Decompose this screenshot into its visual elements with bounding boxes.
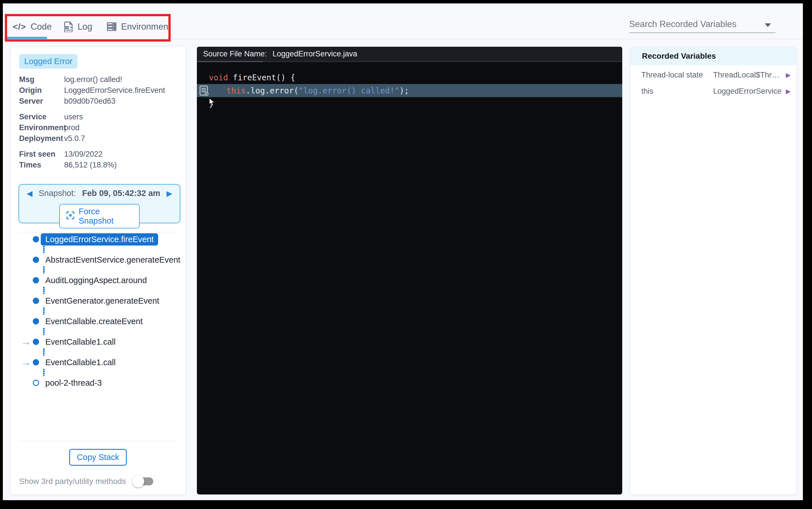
expand-triangle-icon[interactable]: ▶ bbox=[782, 88, 791, 95]
variable-name: this bbox=[641, 87, 713, 96]
code-line-2-highlighted[interactable]: this.log.error("log.error() called!"); bbox=[197, 84, 622, 97]
variable-row[interactable]: Thread-local state ThreadLocal$ThreadL… … bbox=[641, 67, 791, 83]
error-env-group: Serviceusers Environmentprod Deploymentv… bbox=[19, 111, 180, 144]
frame-bullet-icon bbox=[33, 298, 39, 304]
code-line-1: void fireEvent() { bbox=[197, 71, 622, 84]
detail-row-server: Serverb09d0b70ed63 bbox=[19, 96, 180, 106]
stack-frame[interactable]: →EventCallable.createEvent bbox=[19, 315, 181, 327]
variable-name: Thread-local state bbox=[641, 71, 713, 79]
expand-triangle-icon[interactable]: ▶ bbox=[782, 71, 791, 79]
editor-header-indicator bbox=[198, 61, 263, 62]
stack-frame-thread[interactable]: →pool-2-thread-3 bbox=[19, 377, 181, 389]
divider bbox=[19, 232, 177, 232]
stack-frame[interactable]: →AuditLoggingAspect.around bbox=[19, 274, 181, 286]
frame-bullet-icon bbox=[33, 236, 39, 242]
copy-stack-button[interactable]: Copy Stack bbox=[69, 449, 127, 466]
snapshot-navigator: ◀ Snapshot: Feb 09, 05:42:32 am ▶ Force … bbox=[19, 184, 180, 223]
search-select-label: Search Recorded Variables bbox=[629, 19, 737, 29]
code-icon: </> bbox=[13, 22, 26, 32]
frame-bullet-icon bbox=[33, 257, 39, 263]
editor-header: Source File Name: LoggedErrorService.jav… bbox=[197, 47, 622, 61]
status-badge: Logged Error bbox=[19, 54, 77, 69]
chevron-down-icon bbox=[765, 23, 771, 27]
variable-row[interactable]: this LoggedErrorService ▶ bbox=[641, 83, 791, 99]
frame-bullet-icon bbox=[33, 359, 39, 366]
tab-log[interactable]: LOG Log bbox=[64, 18, 92, 35]
stack-connector bbox=[43, 348, 181, 356]
recorded-variables-title: Recorded Variables bbox=[642, 52, 716, 61]
stack-connector bbox=[43, 368, 181, 377]
stack-connector bbox=[43, 307, 181, 315]
recorded-variables-list: Thread-local state ThreadLocal$ThreadL… … bbox=[631, 65, 796, 99]
snapshot-next-button[interactable]: ▶ bbox=[166, 190, 172, 197]
snapshot-prev-button[interactable]: ◀ bbox=[27, 190, 32, 197]
recursion-arrow-icon: → bbox=[19, 357, 33, 367]
tab-code[interactable]: </> Code bbox=[13, 18, 52, 35]
frame-bullet-icon bbox=[33, 318, 39, 325]
variable-value: ThreadLocal$ThreadL… bbox=[713, 71, 782, 79]
search-recorded-variables-select[interactable]: Search Recorded Variables bbox=[629, 16, 776, 33]
recorded-variables-header: Recorded Variables bbox=[631, 47, 796, 65]
stack-frame[interactable]: →EventGenerator.generateEvent bbox=[19, 295, 181, 307]
code-editor-panel: Source File Name: LoggedErrorService.jav… bbox=[197, 47, 622, 495]
thread-bullet-icon bbox=[33, 380, 39, 386]
stack-frame-label-selected[interactable]: LoggedErrorService.fireEvent bbox=[41, 233, 158, 245]
stack-frame[interactable]: →AbstractEventService.generateEvent bbox=[19, 254, 181, 266]
stack-connector bbox=[43, 266, 181, 274]
third-party-toggle-label: Show 3rd party/utility methods bbox=[19, 477, 126, 486]
force-snapshot-label: Force Snapshot bbox=[79, 207, 133, 226]
app-window: </> Code LOG Log Environment Search Reco… bbox=[3, 3, 803, 500]
snapshot-prefix: Snapshot: bbox=[39, 189, 76, 198]
recorded-variables-panel: Recorded Variables Thread-local state Th… bbox=[630, 47, 797, 495]
source-file-label: Source File Name: bbox=[203, 49, 267, 58]
stack-trace-list: →LoggedErrorService.fireEvent →AbstractE… bbox=[19, 233, 181, 389]
svg-text:LOG: LOG bbox=[65, 27, 69, 29]
source-file-name: LoggedErrorService.java bbox=[273, 49, 357, 58]
stack-frame[interactable]: →EventCallable1.call bbox=[19, 336, 181, 348]
logpoint-gutter-icon[interactable] bbox=[198, 85, 209, 96]
snapshot-timestamp: Feb 09, 05:42:32 am bbox=[82, 189, 160, 198]
third-party-toggle-row: Show 3rd party/utility methods bbox=[19, 477, 153, 486]
mouse-cursor-icon bbox=[209, 98, 215, 108]
tabbar-divider bbox=[3, 39, 803, 39]
force-snapshot-icon bbox=[66, 211, 75, 222]
stack-connector bbox=[43, 245, 181, 254]
tab-code-label: Code bbox=[31, 22, 52, 32]
error-identity-group: Msglog.error() called! OriginLoggedError… bbox=[19, 74, 180, 106]
third-party-toggle[interactable] bbox=[133, 477, 153, 485]
environment-icon bbox=[107, 22, 116, 32]
detail-row-times: Times86,512 (18.8%) bbox=[19, 160, 180, 170]
detail-row-service: Serviceusers bbox=[19, 111, 180, 122]
tab-environment[interactable]: Environment bbox=[107, 18, 171, 35]
detail-row-environment: Environmentprod bbox=[19, 122, 180, 133]
tab-environment-label: Environment bbox=[121, 22, 171, 32]
error-details-panel: Logged Error Msglog.error() called! Orig… bbox=[10, 46, 186, 495]
divider bbox=[19, 441, 177, 441]
detail-row-first-seen: First seen13/09/2022 bbox=[19, 149, 180, 160]
frame-bullet-icon bbox=[33, 277, 39, 283]
detail-row-msg: Msglog.error() called! bbox=[19, 74, 180, 85]
stack-frame[interactable]: →LoggedErrorService.fireEvent bbox=[19, 233, 181, 245]
error-stats-group: First seen13/09/2022 Times86,512 (18.8%) bbox=[19, 149, 180, 170]
editor-header-divider bbox=[197, 61, 622, 62]
stack-frame[interactable]: →EventCallable1.call bbox=[19, 356, 181, 368]
recursion-arrow-icon: → bbox=[19, 337, 33, 347]
detail-row-deployment: Deploymentv5.0.7 bbox=[19, 133, 180, 144]
active-tab-indicator bbox=[7, 37, 47, 39]
variable-value: LoggedErrorService bbox=[713, 87, 782, 96]
code-line-3: } bbox=[197, 97, 622, 110]
toggle-thumb bbox=[132, 475, 144, 487]
force-snapshot-button[interactable]: Force Snapshot bbox=[59, 204, 140, 229]
tab-log-label: Log bbox=[77, 22, 92, 32]
log-icon: LOG bbox=[64, 21, 73, 32]
detail-row-origin: OriginLoggedErrorService.fireEvent bbox=[19, 85, 180, 96]
stack-connector bbox=[43, 327, 181, 336]
frame-bullet-icon bbox=[33, 339, 39, 345]
stack-connector bbox=[43, 286, 181, 295]
